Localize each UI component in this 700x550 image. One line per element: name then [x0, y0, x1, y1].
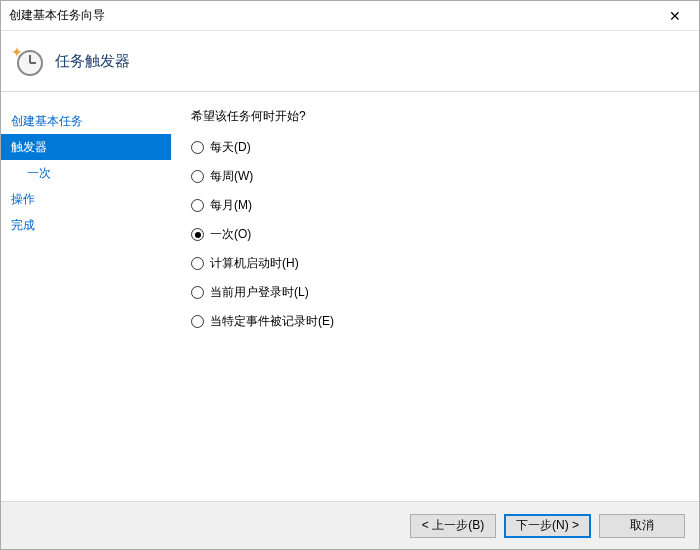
wizard-step[interactable]: 完成	[1, 212, 171, 238]
close-icon: ✕	[669, 8, 681, 24]
trigger-option-label: 当前用户登录时(L)	[210, 284, 309, 301]
trigger-prompt: 希望该任务何时开始?	[191, 108, 689, 125]
wizard-step[interactable]: 创建基本任务	[1, 108, 171, 134]
wizard-steps: 创建基本任务触发器一次操作完成	[1, 92, 171, 503]
radio-icon	[191, 257, 204, 270]
trigger-option-label: 每月(M)	[210, 197, 252, 214]
wizard-step[interactable]: 触发器	[1, 134, 171, 160]
page-title: 任务触发器	[55, 52, 130, 71]
wizard-step[interactable]: 一次	[1, 160, 171, 186]
cancel-button[interactable]: 取消	[599, 514, 685, 538]
trigger-option[interactable]: 每天(D)	[191, 139, 689, 156]
trigger-option[interactable]: 每周(W)	[191, 168, 689, 185]
back-button[interactable]: < 上一步(B)	[410, 514, 496, 538]
wizard-main: 希望该任务何时开始? 每天(D)每周(W)每月(M)一次(O)计算机启动时(H)…	[171, 92, 699, 503]
trigger-option-label: 一次(O)	[210, 226, 251, 243]
wizard-body: 创建基本任务触发器一次操作完成 希望该任务何时开始? 每天(D)每周(W)每月(…	[1, 92, 699, 503]
trigger-option-label: 计算机启动时(H)	[210, 255, 299, 272]
window-title: 创建基本任务向导	[9, 7, 105, 24]
titlebar: 创建基本任务向导 ✕	[1, 1, 699, 31]
radio-icon	[191, 199, 204, 212]
radio-icon	[191, 286, 204, 299]
trigger-option[interactable]: 一次(O)	[191, 226, 689, 243]
radio-icon	[191, 141, 204, 154]
clock-icon: ✦	[13, 46, 43, 76]
wizard-header: ✦ 任务触发器	[1, 31, 699, 91]
trigger-options: 每天(D)每周(W)每月(M)一次(O)计算机启动时(H)当前用户登录时(L)当…	[191, 139, 689, 330]
trigger-option[interactable]: 当前用户登录时(L)	[191, 284, 689, 301]
trigger-option[interactable]: 当特定事件被记录时(E)	[191, 313, 689, 330]
radio-icon	[191, 228, 204, 241]
radio-icon	[191, 315, 204, 328]
trigger-option-label: 当特定事件被记录时(E)	[210, 313, 334, 330]
close-button[interactable]: ✕	[655, 2, 695, 30]
trigger-option[interactable]: 每月(M)	[191, 197, 689, 214]
wizard-footer: < 上一步(B) 下一步(N) > 取消	[1, 501, 699, 549]
radio-icon	[191, 170, 204, 183]
trigger-option-label: 每天(D)	[210, 139, 251, 156]
trigger-option-label: 每周(W)	[210, 168, 253, 185]
next-button[interactable]: 下一步(N) >	[504, 514, 591, 538]
wizard-step[interactable]: 操作	[1, 186, 171, 212]
trigger-option[interactable]: 计算机启动时(H)	[191, 255, 689, 272]
